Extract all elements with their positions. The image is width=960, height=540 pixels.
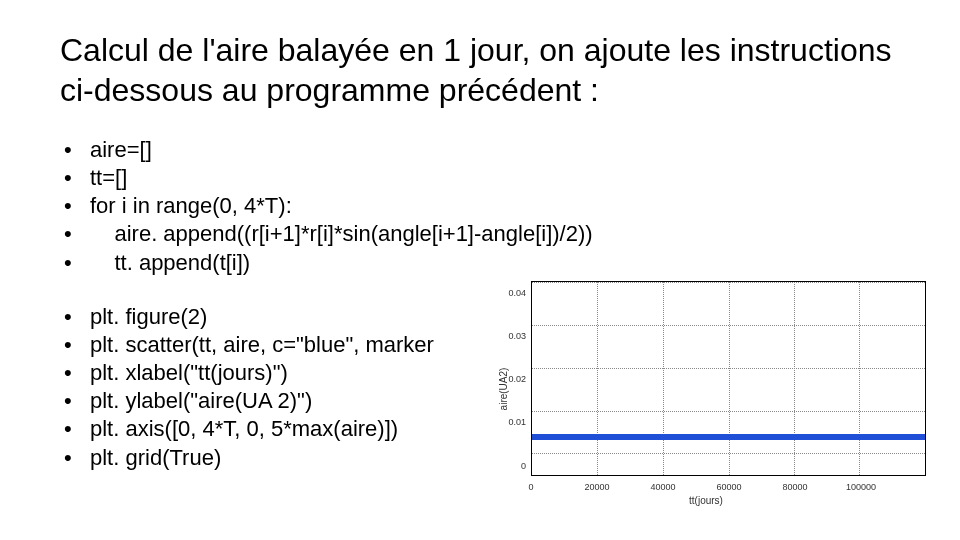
grid-line [794, 282, 795, 475]
chart: aire(UA2) 0.04 0.03 0.02 0.01 0 0 20000 … [476, 271, 936, 506]
bullet-icon: • [60, 136, 90, 164]
chart-xtick: 0 [528, 482, 533, 492]
chart-ytick: 0.04 [508, 288, 526, 298]
chart-xtick: 80000 [782, 482, 807, 492]
grid-line [597, 282, 598, 475]
chart-xtick: 20000 [584, 482, 609, 492]
code-line: • aire. append((r[i+1]*r[i]*sin(angle[i+… [60, 220, 900, 248]
bullet-icon: • [60, 444, 90, 472]
code-text: plt. xlabel("tt(jours)") [90, 359, 288, 387]
bullet-icon: • [60, 164, 90, 192]
chart-data-series [532, 434, 925, 440]
code-text: aire=[] [90, 136, 152, 164]
code-text: tt=[] [90, 164, 127, 192]
code-line: • for i in range(0, 4*T): [60, 192, 900, 220]
chart-xtick: 100000 [846, 482, 876, 492]
code-text: aire. append((r[i+1]*r[i]*sin(angle[i+1]… [90, 220, 593, 248]
chart-ytick: 0.03 [508, 331, 526, 341]
code-line: • aire=[] [60, 136, 900, 164]
bullet-icon: • [60, 303, 90, 331]
chart-xtick: 60000 [716, 482, 741, 492]
code-text: plt. axis([0, 4*T, 0, 5*max(aire)]) [90, 415, 398, 443]
bullet-icon: • [60, 359, 90, 387]
code-text: plt. figure(2) [90, 303, 207, 331]
chart-ytick: 0.01 [508, 417, 526, 427]
bullet-icon: • [60, 387, 90, 415]
code-text: plt. ylabel("aire(UA 2)") [90, 387, 312, 415]
code-text: for i in range(0, 4*T): [90, 192, 292, 220]
grid-line [663, 282, 664, 475]
grid-line [729, 282, 730, 475]
chart-ytick: 0.02 [508, 374, 526, 384]
code-text: plt. grid(True) [90, 444, 221, 472]
chart-ytick: 0 [521, 461, 526, 471]
chart-xtick: 40000 [650, 482, 675, 492]
bullet-icon: • [60, 331, 90, 359]
bullet-icon: • [60, 249, 90, 277]
bullet-icon: • [60, 192, 90, 220]
bullet-icon: • [60, 415, 90, 443]
code-text: plt. scatter(tt, aire, c="blue", marker [90, 331, 434, 359]
chart-ylabel: aire(UA2) [498, 367, 509, 410]
chart-xlabel: tt(jours) [689, 495, 723, 506]
chart-plot-area [531, 281, 926, 476]
bullet-icon: • [60, 220, 90, 248]
code-block-1: • aire=[] • tt=[] • for i in range(0, 4*… [60, 136, 900, 277]
grid-line [859, 282, 860, 475]
slide-container: Calcul de l'aire balayée en 1 jour, on a… [0, 0, 960, 540]
code-text: tt. append(t[i]) [90, 249, 250, 277]
code-line: • tt=[] [60, 164, 900, 192]
slide-title: Calcul de l'aire balayée en 1 jour, on a… [60, 30, 900, 110]
